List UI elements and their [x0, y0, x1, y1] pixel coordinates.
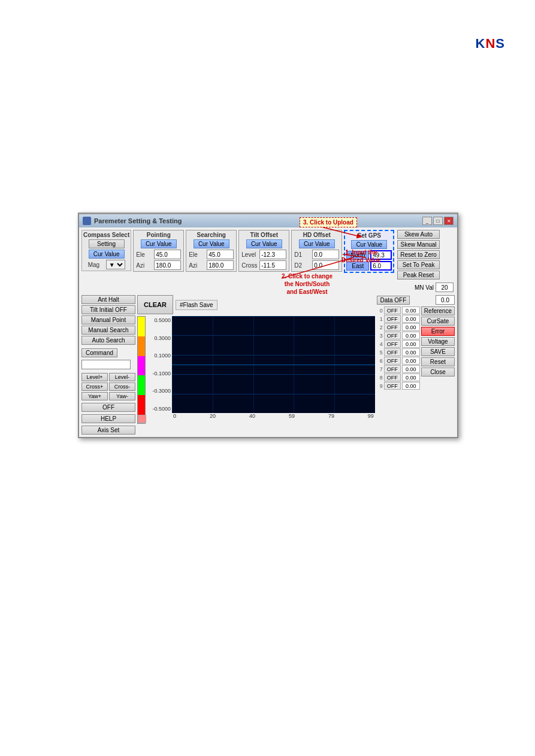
tilt-cross-label: Cross — [241, 262, 258, 269]
tilt-offset-section: Tilt Offset Cur Value Level Cross — [238, 230, 289, 272]
cross-minus-button[interactable]: Cross- — [109, 382, 135, 391]
channel-status: OFF — [384, 382, 401, 390]
vgrid-2 — [253, 316, 254, 413]
channel-row: 1 OFF 0.00 — [377, 315, 420, 323]
gps-east-button[interactable]: East — [346, 262, 369, 271]
vgrid-3 — [294, 316, 294, 413]
channel-status: OFF — [384, 332, 401, 339]
cross-plus-button[interactable]: Cross+ — [81, 382, 108, 391]
channel-row: 6 OFF 0.00 — [377, 357, 420, 365]
channel-row: 4 OFF 0.00 — [377, 340, 420, 348]
close-button[interactable]: Close — [421, 368, 455, 377]
reset-button[interactable]: Reset — [421, 357, 455, 366]
color-red — [138, 395, 145, 415]
grid-line-2 — [172, 355, 375, 356]
skew-manual-button[interactable]: Skew Manual — [397, 240, 440, 249]
compass-cur-value-button[interactable]: Cur Value — [89, 250, 125, 259]
x-label-3: 59 — [289, 413, 295, 424]
peak-reset-button[interactable]: Peak Reset — [397, 271, 440, 280]
channel-panel: 0 OFF 0.00 1 OFF 0.00 2 OFF 0.00 3 OFF 0… — [377, 306, 455, 390]
tilt-initial-off-button[interactable]: Tilt Initial OFF — [81, 305, 135, 314]
set-gps-cur-value-button[interactable]: Cur Value — [351, 240, 387, 249]
restore-button[interactable]: □ — [433, 217, 443, 225]
title-bar-controls: _ □ ✕ — [422, 217, 454, 225]
tilt-level-input[interactable] — [259, 250, 286, 259]
channel-num: 0 — [377, 308, 383, 314]
channel-row: 3 OFF 0.00 — [377, 332, 420, 339]
searching-ele-row: Ele — [189, 250, 234, 259]
y-label-5: -0.5000 — [147, 406, 172, 412]
color-magenta — [138, 356, 145, 376]
searching-ele-input[interactable] — [207, 250, 234, 259]
help-button[interactable]: HELP — [81, 414, 135, 423]
hd-d1-label: D1 — [294, 251, 311, 258]
color-yellow — [138, 317, 145, 336]
mn-val-input[interactable] — [436, 283, 454, 292]
tilt-level-row: Level — [241, 250, 286, 259]
off-button[interactable]: OFF — [81, 403, 135, 412]
compass-mag-select[interactable]: ▼ — [106, 260, 125, 269]
skew-auto-button[interactable]: Skew Auto — [397, 230, 440, 239]
minimize-button[interactable]: _ — [422, 217, 432, 225]
gps-north-button[interactable]: North — [346, 251, 369, 260]
pointing-title: Pointing — [147, 232, 171, 238]
voltage-button[interactable]: Voltage — [421, 337, 455, 346]
hd-offset-cur-value-button[interactable]: Cur Value — [299, 239, 335, 248]
grid-line-3 — [172, 374, 375, 375]
tilt-offset-cur-value-button[interactable]: Cur Value — [246, 239, 282, 248]
grid-line-center — [172, 365, 375, 365]
channel-num: 2 — [377, 324, 383, 330]
channel-row: 0 OFF 0.00 — [377, 306, 420, 314]
y-label-1: 0.3000 — [147, 335, 172, 341]
error-button[interactable]: Error — [421, 327, 455, 336]
cur-sate-button[interactable]: CurSate — [421, 317, 455, 326]
window-body: Compass Select Setting Cur Value Mag ▼ P… — [79, 227, 457, 437]
reset-to-zero-button[interactable]: Reset to Zero — [397, 250, 440, 259]
gps-north-input[interactable] — [370, 250, 392, 260]
hd-d2-row: D2 — [294, 260, 339, 270]
hd-d1-input[interactable] — [312, 250, 339, 259]
tilt-cross-input[interactable] — [259, 260, 286, 270]
gps-north-row: North — [346, 250, 392, 260]
save-button[interactable]: SAVE — [421, 347, 455, 356]
compass-setting-button[interactable]: Setting — [89, 239, 125, 248]
reference-button[interactable]: Reference — [421, 306, 455, 315]
pointing-cur-value-button[interactable]: Cur Value — [141, 239, 177, 248]
chart-wrapper: 0.5000 0.3000 0.1000 -0.1000 -0.3000 -0.… — [147, 316, 375, 424]
flash-save-area: #Flash Save — [176, 300, 217, 310]
command-input[interactable] — [81, 360, 131, 369]
compass-title: Compass Select — [83, 232, 129, 238]
channel-val: 0.00 — [402, 348, 420, 356]
auto-search-button[interactable]: Auto Search — [81, 336, 135, 345]
yaw-minus-button[interactable]: Yaw- — [109, 392, 135, 400]
axis-set-button[interactable]: Axis Set — [81, 426, 135, 435]
pointing-ele-input[interactable] — [154, 250, 181, 259]
channel-num: 5 — [377, 350, 383, 356]
searching-azi-input[interactable] — [207, 260, 234, 270]
clear-button[interactable]: CLEAR — [137, 295, 173, 314]
x-label-4: 79 — [328, 413, 334, 424]
level-minus-button[interactable]: Level- — [109, 373, 135, 381]
manual-search-button[interactable]: Manual Search — [81, 326, 135, 335]
level-plus-button[interactable]: Level+ — [81, 373, 108, 381]
hd-d2-input[interactable] — [312, 260, 339, 270]
command-button[interactable]: Command — [81, 348, 117, 357]
hd-d2-label: D2 — [294, 262, 311, 269]
mn-val-row: MN Val — [81, 281, 455, 293]
set-to-peak-button[interactable]: Set To Peak — [397, 260, 440, 269]
close-title-button[interactable]: ✕ — [444, 217, 454, 225]
yaw-plus-button[interactable]: Yaw+ — [81, 392, 108, 400]
ant-halt-button[interactable]: Ant Halt — [81, 295, 135, 304]
data-off-input[interactable] — [436, 295, 455, 305]
pointing-azi-input[interactable] — [154, 260, 181, 270]
data-off-button[interactable]: Data OFF — [377, 296, 410, 305]
searching-cur-value-button[interactable]: Cur Value — [194, 239, 229, 248]
tilt-cross-row: Cross — [241, 260, 286, 270]
channel-status: OFF — [384, 315, 401, 323]
channel-status: OFF — [384, 323, 401, 331]
searching-azi-label: Azi — [189, 262, 205, 269]
color-strip — [137, 316, 146, 424]
x-label-5: 99 — [368, 413, 374, 424]
gps-east-input[interactable] — [370, 261, 392, 271]
manual-point-button[interactable]: Manual Point — [81, 315, 135, 324]
